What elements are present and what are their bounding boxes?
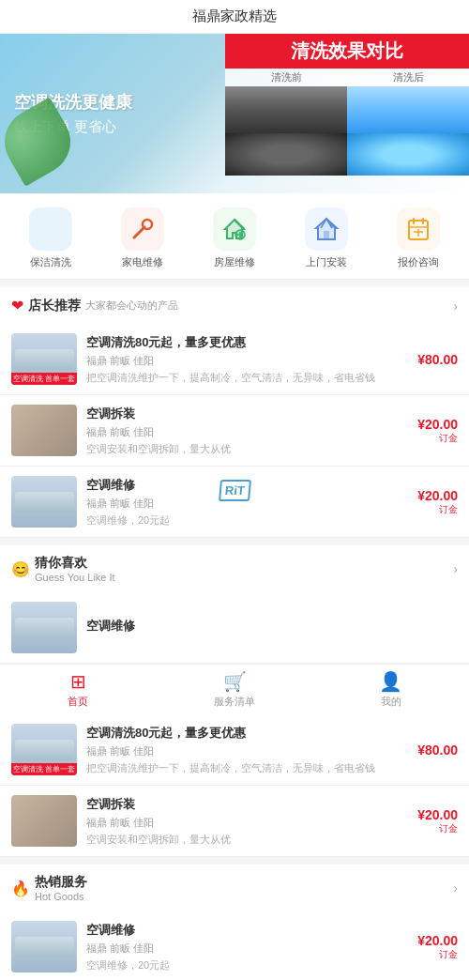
bottom-nav: ⊞ 首页 🛒 服务清单 👤 我的 — [0, 664, 469, 714]
product-thumb: 空调清洗 首单一套 — [11, 333, 77, 385]
product-thumb: 空调清洗 首单一套 — [11, 724, 77, 775]
service-label: 服务清单 — [214, 695, 255, 709]
tool-thumbnail — [11, 405, 77, 456]
thumb-label: 空调清洗 首单一套 — [11, 373, 77, 385]
product-thumb — [11, 795, 77, 847]
home-icon: ⊞ — [70, 670, 86, 693]
nav-home[interactable]: ⊞ 首页 — [0, 665, 157, 714]
user-icon: 👤 — [379, 670, 402, 693]
ac-thumbnail — [11, 476, 77, 528]
product-thumb — [11, 602, 77, 653]
tool-thumbnail — [11, 795, 77, 847]
category-baojie[interactable]: RiT 保洁清洗 — [5, 207, 97, 269]
category-bar: RiT 保洁清洗 家电维修 房屋维修 — [0, 193, 469, 280]
product-thumb — [11, 476, 77, 528]
nav-service[interactable]: 🛒 服务清单 — [157, 665, 313, 714]
product-thumb — [11, 405, 77, 456]
nav-mine[interactable]: 👤 我的 — [312, 665, 469, 714]
product-thumb — [11, 921, 77, 972]
cart-icon: 🛒 — [223, 670, 247, 693]
baojie-icon: RiT — [29, 207, 72, 251]
thumb-label: 空调清洗 首单一套 — [11, 763, 77, 775]
mine-label: 我的 — [381, 695, 401, 709]
home-label: 首页 — [68, 695, 88, 709]
ac-thumbnail — [11, 921, 77, 972]
ac-thumbnail — [11, 602, 77, 653]
